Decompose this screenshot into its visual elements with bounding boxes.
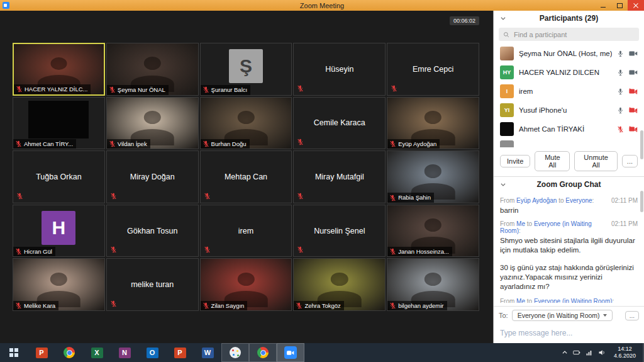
video-icon[interactable] — [629, 69, 638, 76]
video-tile[interactable]: HACER YALNIZ DİLC... — [13, 43, 105, 96]
scrollbar-thumb[interactable] — [640, 130, 643, 159]
video-tile[interactable]: Ahmet Can TİRY... — [13, 97, 105, 150]
video-tile[interactable]: Melike Kara — [13, 258, 105, 311]
video-icon[interactable] — [629, 50, 638, 57]
message-input[interactable] — [499, 328, 641, 338]
video-tile[interactable]: irem — [200, 205, 292, 257]
video-tile[interactable]: melike turan — [106, 258, 199, 311]
mic-icon[interactable] — [617, 107, 624, 114]
close-button[interactable] — [628, 0, 644, 11]
recipient-link[interactable]: Everyone (in Waiting Room) — [500, 220, 592, 234]
participant-row[interactable]: YIYusuf iPhone'u — [494, 101, 644, 120]
volume-icon[interactable] — [598, 349, 606, 356]
invite-button[interactable]: Invite — [500, 155, 530, 167]
video-tile[interactable]: Janan Hosseinza... — [387, 205, 479, 257]
taskbar-chrome[interactable] — [55, 343, 83, 362]
video-tile[interactable]: Eyüp Aydoğan — [387, 97, 479, 150]
mic-muted-icon — [389, 248, 396, 255]
mic-icon[interactable] — [617, 69, 624, 76]
participant-row[interactable]: Şeyma Nur ÖNAL (Host, me) — [494, 44, 644, 63]
video-tile[interactable]: bilgehan aydemir — [387, 258, 479, 311]
video-tile[interactable]: Emre Cepci — [387, 43, 479, 96]
video-off-icon[interactable] — [629, 88, 638, 94]
video-off-icon[interactable] — [629, 126, 638, 132]
chevron-up-icon[interactable] — [562, 349, 568, 356]
taskbar-paint[interactable] — [221, 343, 249, 362]
message-time: 02:11 PM — [611, 197, 638, 204]
video-tile[interactable]: Cemile Karaca — [293, 97, 386, 150]
search-input[interactable] — [513, 30, 635, 39]
search-icon — [503, 31, 509, 38]
video-tile[interactable]: Tuğba Orkan — [13, 150, 105, 203]
maximize-button[interactable] — [611, 0, 628, 11]
video-tile[interactable]: Gökhan Tosun — [106, 205, 199, 257]
mute-all-button[interactable]: Mute All — [535, 151, 570, 171]
system-tray: 14:12 4.6.2020 — [558, 343, 644, 362]
taskbar-powerpoint[interactable]: P — [28, 343, 55, 362]
sender-link[interactable]: Me — [516, 220, 525, 227]
participant-row[interactable] — [494, 139, 644, 147]
scrollbar-thumb[interactable] — [640, 191, 643, 212]
video-tile[interactable]: ŞŞuranur Balcı — [200, 43, 292, 96]
video-tile[interactable]: Zilan Saygın — [200, 258, 292, 311]
minimize-button[interactable] — [595, 0, 611, 11]
chat-more-button[interactable]: ... — [625, 311, 639, 320]
chevron-down-icon[interactable] — [500, 181, 506, 188]
sender-link[interactable]: Me — [516, 298, 525, 303]
video-tile[interactable]: Hüseyin — [293, 43, 386, 96]
participant-row[interactable]: Ahmet Can TİRYAKİ — [494, 120, 644, 139]
message-header: From Eyüp Aydoğan to Everyone:02:11 PM — [500, 197, 638, 204]
powerpoint-icon: P — [36, 348, 48, 358]
participant-name: Vildan İpek — [118, 140, 147, 147]
video-tile[interactable]: Şeyma Nur ÖNAL — [106, 43, 199, 96]
video-tile[interactable]: Burhan Doğu — [200, 97, 292, 150]
recipient-link[interactable]: Everyone (in Waiting Room) — [534, 298, 613, 303]
taskbar-excel[interactable]: X — [83, 343, 111, 362]
unmute-all-button[interactable]: Unmute All — [574, 151, 617, 171]
taskbar-powerpoint-2[interactable]: P — [166, 343, 194, 362]
video-tile[interactable]: Vildan İpek — [106, 97, 199, 150]
chrome-icon — [257, 347, 269, 358]
person-silhouette — [35, 273, 82, 305]
participant-search[interactable] — [499, 28, 639, 41]
participant-name: Janan Hosseinza... — [398, 248, 449, 255]
participant-name: melike turan — [107, 259, 198, 310]
taskbar-zoom[interactable] — [277, 343, 304, 362]
video-off-icon[interactable] — [629, 107, 638, 113]
mic-muted-icon[interactable] — [617, 126, 624, 133]
taskbar-chrome-2[interactable] — [249, 343, 277, 362]
video-tile[interactable]: Mehtap Can — [200, 150, 292, 203]
participant-name: Emre Cepci — [387, 43, 479, 95]
taskbar-outlook[interactable]: O — [138, 343, 166, 362]
more-options-button[interactable]: ... — [622, 155, 638, 167]
taskbar-clock[interactable]: 14:12 4.6.2020 — [611, 346, 639, 360]
sender-link[interactable]: Eyüp Aydoğan — [516, 197, 557, 204]
recipient-link[interactable]: Everyone — [565, 197, 592, 204]
avatar: H — [42, 211, 75, 245]
participant-row[interactable]: HYHACER YALNIZ DILCEN — [494, 63, 644, 82]
avatar — [500, 140, 514, 147]
participant-name: Hicran Gül — [24, 248, 52, 255]
participant-name-label: Vildan İpek — [107, 139, 150, 149]
recipient-dropdown[interactable]: Everyone (in Waiting Room) — [512, 310, 613, 321]
taskbar-onenote[interactable]: N — [111, 343, 138, 362]
mic-muted-icon — [297, 246, 304, 253]
participant-name-label: Zilan Saygın — [201, 301, 248, 310]
participant-name: Cemile Karaca — [294, 98, 385, 149]
battery-icon[interactable] — [573, 349, 580, 356]
video-tile[interactable]: Miray Doğan — [106, 150, 199, 203]
taskbar-start-button[interactable] — [0, 343, 28, 362]
chevron-down-icon[interactable] — [500, 15, 506, 21]
taskbar-word[interactable]: W — [194, 343, 221, 362]
video-tile[interactable]: Nurselin Şenel — [293, 205, 386, 257]
participant-name: Tuğba Orkan — [13, 151, 104, 203]
network-signal-icon[interactable] — [586, 349, 593, 356]
participant-name: irem — [201, 205, 292, 257]
mic-icon[interactable] — [617, 88, 624, 95]
video-tile[interactable]: Zehra Tokgöz — [293, 258, 386, 311]
video-tile[interactable]: Miray Mutafgil — [293, 150, 386, 203]
mic-icon[interactable] — [617, 50, 624, 57]
video-tile[interactable]: HHicran Gül — [13, 205, 105, 257]
video-tile[interactable]: Rabia Şahin — [387, 150, 479, 203]
participant-row[interactable]: Iirem — [494, 82, 644, 101]
